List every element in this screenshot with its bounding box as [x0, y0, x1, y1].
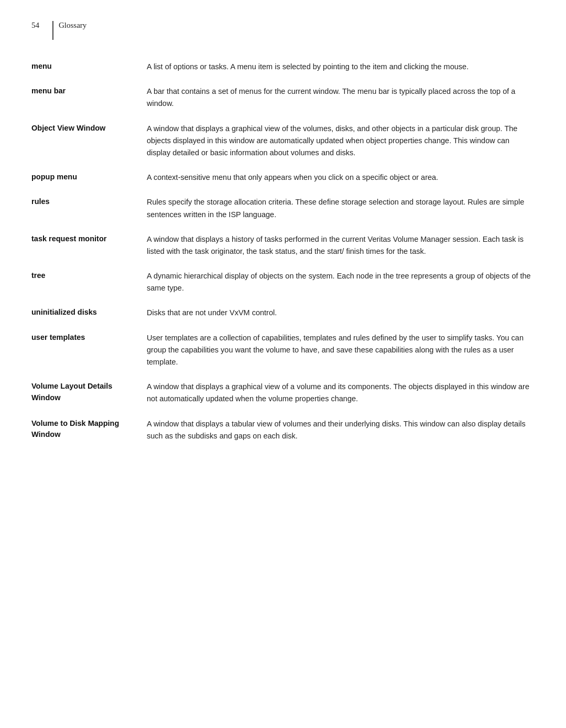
page-container: 54 Glossary menuA list of options or tas… — [0, 0, 566, 486]
glossary-row: task request monitorA window that displa… — [31, 233, 535, 258]
glossary-table: menuA list of options or tasks. A menu i… — [31, 61, 535, 442]
section-title: Glossary — [59, 21, 86, 30]
glossary-definition: A bar that contains a set of menus for t… — [147, 85, 535, 110]
glossary-definition: Disks that are not under VxVM control. — [147, 307, 535, 319]
glossary-definition: Rules specify the storage allocation cri… — [147, 196, 535, 220]
glossary-definition: A context-sensitive menu that only appea… — [147, 172, 535, 184]
glossary-term: menu — [31, 61, 147, 72]
glossary-row: menu barA bar that contains a set of men… — [31, 85, 535, 110]
glossary-definition: A window that displays a tabular view of… — [147, 418, 535, 442]
glossary-term: Object View Window — [31, 123, 147, 134]
glossary-term: rules — [31, 196, 147, 208]
glossary-term: user templates — [31, 332, 147, 344]
glossary-definition: User templates are a collection of capab… — [147, 332, 535, 369]
page-header: 54 Glossary — [31, 21, 535, 40]
glossary-row: Volume to Disk Mapping WindowA window th… — [31, 418, 535, 442]
glossary-row: rulesRules specify the storage allocatio… — [31, 196, 535, 220]
glossary-row: popup menuA context-sensitive menu that … — [31, 172, 535, 184]
glossary-row: menuA list of options or tasks. A menu i… — [31, 61, 535, 73]
glossary-row: Volume Layout Details WindowA window tha… — [31, 381, 535, 405]
glossary-definition: A list of options or tasks. A menu item … — [147, 61, 535, 73]
glossary-row: user templatesUser templates are a colle… — [31, 332, 535, 369]
glossary-term: Volume Layout Details Window — [31, 381, 147, 404]
vertical-divider — [52, 21, 53, 40]
glossary-definition: A window that displays a graphical view … — [147, 381, 535, 405]
glossary-definition: A window that displays a graphical view … — [147, 123, 535, 159]
glossary-term: popup menu — [31, 172, 147, 183]
glossary-term: tree — [31, 270, 147, 282]
glossary-term: uninitialized disks — [31, 307, 147, 318]
glossary-row: treeA dynamic hierarchical display of ob… — [31, 270, 535, 294]
glossary-row: Object View WindowA window that displays… — [31, 123, 535, 159]
glossary-term: Volume to Disk Mapping Window — [31, 418, 147, 441]
glossary-definition: A window that displays a history of task… — [147, 233, 535, 258]
glossary-term: menu bar — [31, 85, 147, 97]
glossary-row: uninitialized disksDisks that are not un… — [31, 307, 535, 319]
glossary-term: task request monitor — [31, 233, 147, 245]
page-number: 54 — [31, 21, 47, 30]
glossary-definition: A dynamic hierarchical display of object… — [147, 270, 535, 294]
